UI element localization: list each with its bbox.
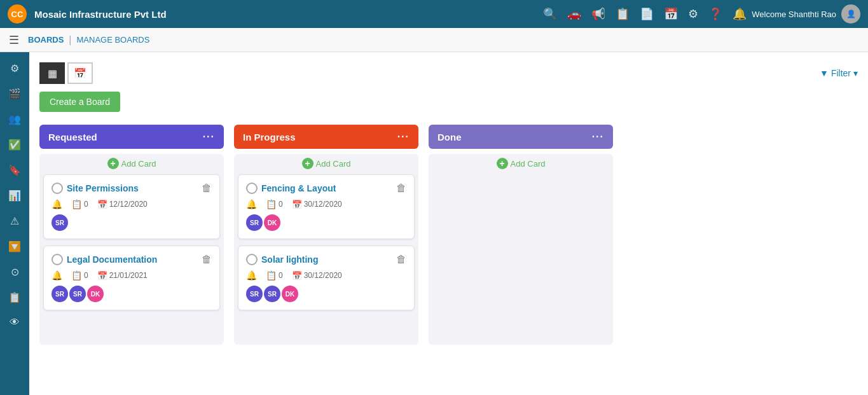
sidebar-item-checklist[interactable]: ✅ xyxy=(4,134,25,155)
content-area: ▦ 📅 ▼ Filter ▾ Create a Board Requested … xyxy=(29,52,868,395)
help-icon[interactable]: ❓ xyxy=(708,7,722,21)
card-delete-fencing[interactable]: 🗑 xyxy=(396,183,406,194)
task-icon[interactable]: 📋 xyxy=(616,7,630,21)
card-meta-fencing: 🔔 📋 0 📅 30/12/2020 xyxy=(246,199,406,209)
date-meta-site-permissions: 📅 12/12/2020 xyxy=(97,200,148,209)
avatar-sr: SR xyxy=(52,214,68,231)
manage-boards-nav-link[interactable]: MANAGE BOARDS xyxy=(77,35,150,45)
sidebar-item-clipboard[interactable]: 📋 xyxy=(4,286,25,308)
bell-icon-card3: 🔔 xyxy=(246,199,257,209)
checklist-meta-fencing: 📋 0 xyxy=(266,199,283,209)
avatar-dk-solar: DK xyxy=(282,286,298,302)
calendar-icon-card3: 📅 xyxy=(292,200,302,209)
avatar-sr-2: SR xyxy=(69,286,86,302)
column-title-requested: Requested xyxy=(48,132,97,142)
date-legal-documentation: 21/01/2021 xyxy=(109,271,148,280)
checklist-meta-solar: 📋 0 xyxy=(266,270,283,281)
bell-meta-solar: 🔔 xyxy=(246,270,257,281)
date-fencing: 30/12/2020 xyxy=(304,200,342,209)
card-delete-site-permissions[interactable]: 🗑 xyxy=(202,183,212,194)
card-delete-solar[interactable]: 🗑 xyxy=(396,254,406,265)
gear-icon[interactable]: ⚙ xyxy=(688,7,698,21)
card-site-permissions: Site Permissions 🗑 🔔 📋 0 xyxy=(43,174,220,239)
sidebar-item-settings[interactable]: ⚙ xyxy=(4,57,25,79)
bell-icon-card4: 🔔 xyxy=(246,270,257,281)
card-checkbox-site-permissions[interactable] xyxy=(52,183,63,194)
sidebar-item-chart[interactable]: 📊 xyxy=(4,184,25,206)
view-toggle-bar: ▦ 📅 ▼ Filter ▾ xyxy=(39,62,858,84)
card-delete-legal-documentation[interactable]: 🗑 xyxy=(202,254,212,265)
column-bg-inprogress: + Add Card Fencing & Layout 🗑 🔔 xyxy=(234,154,418,345)
boards-nav-link[interactable]: BOARDS xyxy=(28,35,64,45)
card-checkbox-legal-documentation[interactable] xyxy=(52,254,63,265)
secondary-nav: ☰ BOARDS | MANAGE BOARDS xyxy=(0,28,868,52)
search-icon[interactable]: 🔍 xyxy=(543,7,557,21)
card-title-row-legal-documentation: Legal Documentation 🗑 xyxy=(52,254,212,265)
board-view-button[interactable]: ▦ xyxy=(39,62,65,84)
main-layout: ⚙ 🎬 👥 ✅ 🔖 📊 ⚠ 🔽 ⊙ 📋 👁 ▦ 📅 ▼ Filter ▾ Cre… xyxy=(0,52,868,395)
card-title-solar: Solar lighting xyxy=(261,254,392,265)
megaphone-icon[interactable]: 📢 xyxy=(591,7,605,21)
document-icon[interactable]: 📄 xyxy=(640,7,654,21)
column-menu-requested[interactable]: ··· xyxy=(203,131,215,142)
card-title-site-permissions: Site Permissions xyxy=(67,183,198,193)
sidebar-item-video[interactable]: 🎬 xyxy=(4,83,25,104)
filter-button[interactable]: ▼ Filter ▾ xyxy=(820,68,858,78)
bell-meta-legal-documentation: 🔔 xyxy=(52,270,62,281)
date-site-permissions: 12/12/2020 xyxy=(109,200,148,209)
card-checkbox-solar[interactable] xyxy=(246,254,258,265)
column-done: Done ··· + Add Card xyxy=(429,125,613,345)
bell-icon[interactable]: 🔔 xyxy=(733,7,747,21)
checklist-meta-legal-documentation: 📋 0 xyxy=(71,270,88,281)
add-card-done[interactable]: + Add Card xyxy=(432,158,609,169)
checklist-count-site-permissions: 0 xyxy=(84,200,88,209)
add-card-plus-icon-inprogress: + xyxy=(302,158,313,169)
list-view-button[interactable]: 📅 xyxy=(67,62,93,84)
nav-separator: | xyxy=(69,34,71,46)
column-menu-inprogress[interactable]: ··· xyxy=(397,131,410,142)
column-header-done: Done ··· xyxy=(429,125,613,149)
bell-meta-site-permissions: 🔔 xyxy=(52,199,62,209)
card-meta-legal-documentation: 🔔 📋 0 📅 21/01/2021 xyxy=(52,270,212,281)
add-card-inprogress[interactable]: + Add Card xyxy=(238,158,415,169)
calendar-icon-card4: 📅 xyxy=(292,271,302,281)
add-card-plus-icon-done: + xyxy=(497,158,508,169)
avatar-sr-solar-1: SR xyxy=(246,286,263,302)
card-avatars-site-permissions: SR xyxy=(52,214,212,231)
column-inprogress: In Progress ··· + Add Card Fencing & Lay… xyxy=(234,125,418,345)
kanban-board: Requested ··· + Add Card Site Permission… xyxy=(39,125,858,345)
bell-icon-card: 🔔 xyxy=(52,199,62,209)
logo-icon: CC xyxy=(8,4,27,24)
card-title-row-site-permissions: Site Permissions 🗑 xyxy=(52,183,212,194)
column-header-requested: Requested ··· xyxy=(39,125,224,149)
avatar-sr-1: SR xyxy=(52,286,68,302)
vehicle-icon[interactable]: 🚗 xyxy=(567,7,581,21)
sidebar-item-eye[interactable]: 👁 xyxy=(4,312,25,333)
date-solar: 30/12/2020 xyxy=(304,271,342,280)
bell-icon-card2: 🔔 xyxy=(52,270,62,281)
create-board-button[interactable]: Create a Board xyxy=(39,92,120,112)
avatar-sr-solar-2: SR xyxy=(264,286,280,302)
card-avatars-solar: SR SR DK xyxy=(246,286,406,302)
checklist-count-solar: 0 xyxy=(279,271,283,280)
checklist-icon-card3: 📋 xyxy=(266,199,277,209)
calendar-icon[interactable]: 📅 xyxy=(664,7,678,21)
sidebar-item-filter[interactable]: 🔽 xyxy=(4,235,25,257)
add-card-requested[interactable]: + Add Card xyxy=(43,158,220,169)
card-checkbox-fencing[interactable] xyxy=(246,183,258,194)
sidebar-item-bookmark[interactable]: 🔖 xyxy=(4,159,25,181)
column-menu-done[interactable]: ··· xyxy=(592,131,604,142)
card-avatars-legal-documentation: SR SR DK xyxy=(52,286,212,302)
sidebar-item-people[interactable]: 👥 xyxy=(4,108,25,130)
checklist-icon-card4: 📋 xyxy=(266,270,277,281)
sidebar-item-alert[interactable]: ⚠ xyxy=(4,210,25,232)
welcome-section: Welcome Shanthti Rao 👤 xyxy=(752,4,860,24)
hamburger-menu[interactable]: ☰ xyxy=(9,33,19,47)
date-meta-legal-documentation: 📅 21/01/2021 xyxy=(97,271,148,281)
company-name: Mosaic Infrastructure Pvt Ltd xyxy=(34,9,543,20)
sidebar: ⚙ 🎬 👥 ✅ 🔖 📊 ⚠ 🔽 ⊙ 📋 👁 xyxy=(0,52,29,395)
checklist-count-fencing: 0 xyxy=(279,200,283,209)
avatar: 👤 xyxy=(841,4,860,24)
checklist-count-legal-documentation: 0 xyxy=(84,271,88,280)
sidebar-item-circle[interactable]: ⊙ xyxy=(4,261,25,282)
